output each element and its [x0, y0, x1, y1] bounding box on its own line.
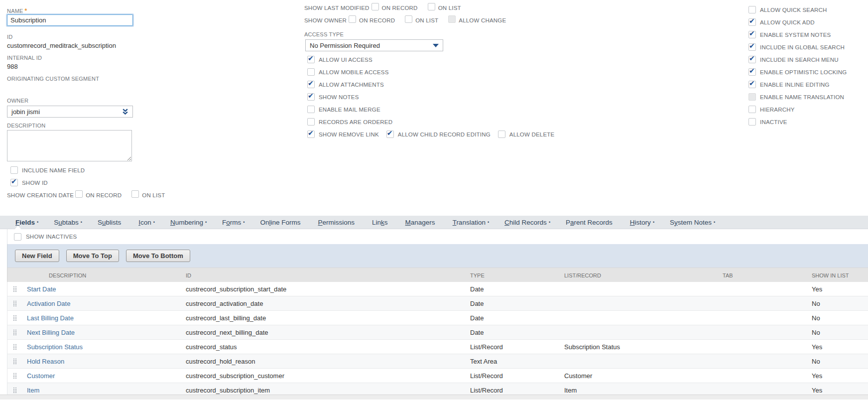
field-link[interactable]: Last Billing Date: [27, 314, 74, 322]
show-creation-date-on-record-checkbox[interactable]: [75, 190, 83, 198]
show-id-checkbox[interactable]: [10, 179, 18, 186]
fields-table: Start Date custrecord_subscription_start…: [7, 282, 868, 398]
tab-permissions[interactable]: Permissions: [318, 219, 357, 226]
field-link[interactable]: Item: [27, 387, 39, 394]
allow-quick-search-row: ALLOW QUICK SEARCH: [748, 6, 827, 13]
description-textarea[interactable]: [7, 130, 132, 161]
tab-sublists[interactable]: Sublists: [98, 219, 123, 226]
column-header-show-in-list: SHOW IN LIST: [810, 272, 868, 278]
allow-child-record-editing-checkbox[interactable]: [386, 131, 394, 138]
show-owner-on-list-checkbox[interactable]: [405, 15, 412, 23]
remove-link-row: SHOW REMOVE LINK ALLOW CHILD RECORD EDIT…: [307, 131, 554, 138]
description-label: DESCRIPTION: [7, 123, 45, 129]
column-header-type: TYPE: [466, 272, 558, 278]
field-link[interactable]: Activation Date: [27, 300, 70, 307]
enable-system-notes-checkbox[interactable]: [748, 31, 756, 38]
table-row-subscription-status: Subscription Status custrecord_status Li…: [7, 340, 868, 354]
tab-managers[interactable]: Managers: [405, 219, 437, 226]
show-creation-date-row: SHOW CREATION DATE ON RECORD ON LIST: [7, 192, 165, 198]
custom-record-type-page: NAME* ID customrecord_meditrack_subscrip…: [0, 0, 868, 402]
inactive-checkbox[interactable]: [748, 118, 756, 126]
show-notes-row: SHOW NOTES: [307, 93, 359, 101]
new-field-button[interactable]: New Field: [15, 250, 59, 262]
double-chevron-down-icon: [122, 108, 128, 115]
tab-translation[interactable]: Translation•: [453, 219, 489, 226]
name-input[interactable]: [7, 14, 133, 26]
id-label: ID: [7, 34, 12, 40]
column-header-tab: TAB: [723, 272, 810, 278]
drag-handle-icon[interactable]: [13, 315, 17, 321]
allow-quick-add-row: ALLOW QUICK ADD: [748, 18, 815, 26]
allow-ui-access-checkbox[interactable]: [307, 56, 315, 63]
enable-mail-merge-checkbox[interactable]: [307, 106, 315, 113]
show-owner-row: SHOW OWNER ON RECORD ON LIST ALLOW CHANG…: [304, 17, 506, 23]
tab-system-notes[interactable]: System Notes•: [670, 219, 715, 226]
access-type-select[interactable]: No Permission Required: [305, 39, 443, 51]
show-last-modified-on-record-checkbox[interactable]: [372, 3, 379, 10]
drag-handle-icon[interactable]: [13, 300, 17, 307]
internal-id-value: 988: [7, 63, 18, 70]
drag-handle-icon[interactable]: [13, 373, 17, 379]
enable-optimistic-locking-checkbox[interactable]: [748, 68, 756, 76]
table-row-customer: Customer custrecord_subscription_custome…: [7, 369, 868, 383]
drag-handle-icon[interactable]: [13, 344, 17, 350]
include-in-global-search-checkbox[interactable]: [748, 43, 756, 51]
allow-delete-checkbox[interactable]: [498, 131, 505, 138]
horizontal-scrollbar-track[interactable]: [0, 395, 868, 400]
owner-label: OWNER: [7, 98, 28, 104]
sublist-button-band: New Field Move To Top Move To Bottom: [7, 244, 868, 268]
records-are-ordered-checkbox[interactable]: [307, 118, 315, 126]
tab-links[interactable]: Links: [372, 219, 390, 226]
hierarchy-row: HIERARCHY: [748, 106, 795, 113]
field-link[interactable]: Start Date: [27, 285, 56, 293]
enable-mail-merge-row: ENABLE MAIL MERGE: [307, 106, 380, 113]
records-are-ordered-row: RECORDS ARE ORDERED: [307, 118, 392, 126]
include-in-global-search-row: INCLUDE IN GLOBAL SEARCH: [748, 43, 845, 51]
owner-select[interactable]: jobin jismi: [7, 106, 133, 118]
include-name-field-checkbox[interactable]: [10, 166, 18, 174]
allow-attachments-row: ALLOW ATTACHMENTS: [307, 81, 384, 88]
drag-handle-icon[interactable]: [13, 329, 17, 336]
column-header-description: DESCRIPTION: [27, 272, 186, 278]
tab-forms[interactable]: Forms•: [222, 219, 245, 226]
allow-attachments-checkbox[interactable]: [307, 81, 315, 88]
field-link[interactable]: Subscription Status: [27, 343, 83, 351]
allow-mobile-access-row: ALLOW MOBILE ACCESS: [307, 68, 389, 76]
column-header-id: ID: [186, 272, 466, 278]
drag-handle-icon[interactable]: [13, 286, 17, 292]
tab-child-records[interactable]: Child Records•: [504, 219, 550, 226]
enable-inline-editing-checkbox[interactable]: [748, 81, 756, 88]
field-link[interactable]: Hold Reason: [27, 358, 64, 365]
include-name-field-row: INCLUDE NAME FIELD: [10, 166, 85, 174]
tab-numbering[interactable]: Numbering•: [170, 219, 207, 226]
show-inactives-checkbox[interactable]: [14, 233, 21, 241]
show-creation-date-on-list-checkbox[interactable]: [131, 190, 139, 198]
allow-quick-search-checkbox[interactable]: [748, 6, 756, 13]
tab-history[interactable]: History•: [630, 219, 654, 226]
allow-mobile-access-checkbox[interactable]: [307, 68, 315, 76]
inactive-row: INACTIVE: [748, 118, 787, 126]
tab-parent-records[interactable]: Parent Records: [566, 219, 615, 226]
tab-icon[interactable]: Icon•: [138, 219, 155, 226]
move-to-top-button[interactable]: Move To Top: [66, 250, 119, 262]
field-link[interactable]: Next Billing Date: [27, 329, 75, 336]
show-owner-on-record-checkbox[interactable]: [349, 15, 356, 23]
show-notes-checkbox[interactable]: [307, 93, 315, 101]
drag-handle-icon[interactable]: [13, 387, 17, 394]
dropdown-arrow-icon: [433, 44, 439, 47]
name-label: NAME*: [7, 6, 27, 15]
drag-handle-icon[interactable]: [13, 358, 17, 365]
tab-fields[interactable]: Fields•: [15, 219, 38, 226]
show-remove-link-checkbox[interactable]: [307, 131, 315, 138]
tab-online-forms[interactable]: Online Forms: [260, 219, 303, 226]
table-row-hold-reason: Hold Reason custrecord_hold_reason Text …: [7, 354, 868, 369]
move-to-bottom-button[interactable]: Move To Bottom: [126, 250, 190, 262]
tab-subtabs[interactable]: Subtabs•: [54, 219, 82, 226]
field-link[interactable]: Customer: [27, 372, 55, 380]
hierarchy-checkbox[interactable]: [748, 106, 756, 113]
allow-quick-add-checkbox[interactable]: [748, 18, 756, 26]
include-in-search-menu-checkbox[interactable]: [748, 56, 756, 63]
left-form-column: NAME* ID customrecord_meditrack_subscrip…: [7, 0, 166, 214]
show-last-modified-on-list-checkbox[interactable]: [428, 3, 435, 10]
id-value: customrecord_meditrack_subscription: [7, 42, 116, 49]
